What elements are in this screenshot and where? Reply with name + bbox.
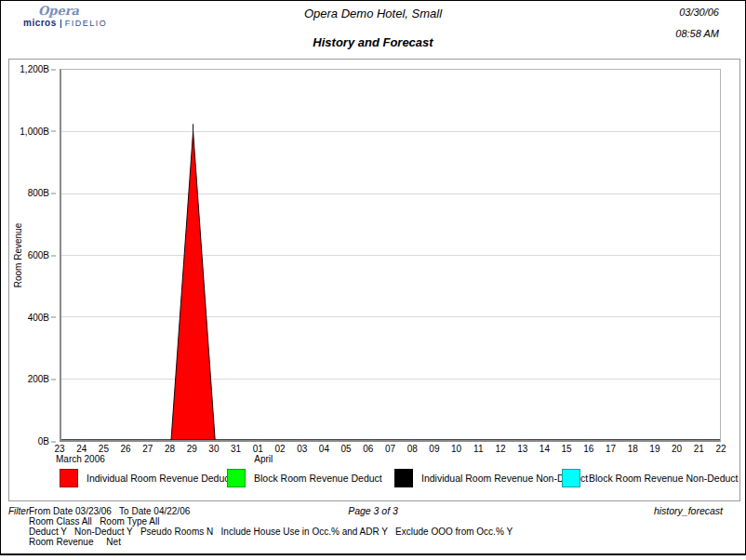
filter-line: Room Class All Room Type All: [29, 516, 533, 527]
x-tick-label: 05: [341, 444, 352, 454]
legend-swatch-icon: [227, 469, 246, 487]
y-axis-labels: 1,200B 1,000B 800B 600B 400B 200B 0B: [9, 69, 56, 441]
x-tick-label: 26: [121, 444, 131, 454]
x-tick-label: 07: [385, 444, 395, 454]
legend-item: Block Room Revenue Deduct: [227, 469, 394, 487]
x-tick-label: 14: [540, 444, 550, 454]
logo-divider: [60, 20, 61, 28]
x-tick-label: 02: [274, 444, 285, 454]
x-tick-label: 01: [253, 444, 263, 454]
x-tick-label: 06: [363, 444, 373, 454]
x-tick-label: 20: [672, 444, 682, 454]
x-tick-label: 22: [715, 444, 726, 454]
x-tick-label: 10: [451, 444, 461, 454]
y-tick-label: 400B: [28, 312, 49, 322]
month-label: April: [254, 454, 273, 464]
x-tick-label: 09: [429, 444, 439, 454]
x-tick-label: 17: [606, 444, 616, 454]
revenue-area-series: [61, 70, 720, 440]
legend-swatch-icon: [60, 469, 78, 487]
legend-swatch-icon: [394, 469, 413, 487]
report-page: Opera micros FIDELIO Opera Demo Hotel, S…: [0, 0, 746, 555]
y-tick-label: 600B: [28, 250, 49, 260]
plot-area: [60, 69, 721, 442]
y-tick-label: 0B: [38, 436, 49, 447]
x-tick-label: 11: [473, 444, 483, 454]
x-tick-label: 08: [407, 444, 418, 454]
y-tick-label: 1,000B: [20, 126, 49, 136]
x-tick-label: 13: [517, 444, 527, 454]
month-label: March 2006: [56, 454, 105, 464]
x-tick-label: 21: [694, 444, 704, 454]
legend-item: Block Room Revenue Non-Deduct: [562, 469, 729, 487]
x-tick-label: 15: [562, 444, 572, 454]
report-date: 03/30/06: [679, 7, 719, 18]
y-tick-label: 1,200B: [20, 64, 49, 74]
x-tick-label: 25: [99, 444, 109, 454]
report-time: 08:58 AM: [675, 28, 719, 39]
x-axis-month-labels: March 2006 April: [60, 454, 721, 465]
x-tick-label: 29: [187, 444, 197, 454]
legend-label: Block Room Revenue Deduct: [254, 473, 382, 484]
x-tick-label: 19: [649, 444, 659, 454]
x-tick-label: 16: [583, 444, 593, 454]
fidelio-label: FIDELIO: [65, 20, 108, 29]
filter-line: Room Revenue Net: [29, 537, 533, 547]
x-tick-label: 04: [319, 444, 329, 454]
chart-legend: Individual Room Revenue Deduct Block Roo…: [60, 469, 729, 487]
x-tick-label: 27: [142, 444, 153, 454]
page-number: Page 3 of 3: [8, 506, 738, 516]
x-tick-label: 03: [297, 444, 307, 454]
legend-label: Individual Room Revenue Deduct: [87, 473, 232, 484]
filter-line: Deduct Y Non-Deduct Y Pseudo Rooms N Inc…: [29, 527, 533, 537]
x-tick-label: 23: [54, 444, 64, 454]
legend-item: Individual Room Revenue Non-Deduct: [394, 469, 562, 487]
x-tick-label: 30: [208, 444, 219, 454]
y-tick-label: 800B: [28, 188, 49, 198]
hotel-title: Opera Demo Hotel, Small: [1, 7, 745, 20]
report-file-name: history_forecast: [654, 506, 723, 516]
x-tick-label: 28: [165, 444, 175, 454]
report-title: History and Forecast: [1, 35, 745, 49]
legend-swatch-icon: [562, 469, 580, 487]
legend-item: Individual Room Revenue Deduct: [60, 469, 227, 487]
y-tick-label: 200B: [28, 374, 49, 384]
x-tick-label: 24: [76, 444, 87, 454]
legend-label: Block Room Revenue Non-Deduct: [589, 473, 739, 484]
x-tick-label: 18: [628, 444, 638, 454]
x-tick-label: 31: [231, 444, 241, 454]
x-tick-label: 12: [495, 444, 505, 454]
chart-frame: Room Revenue 1,200B 1,000B 800B 600B 400…: [8, 59, 740, 501]
